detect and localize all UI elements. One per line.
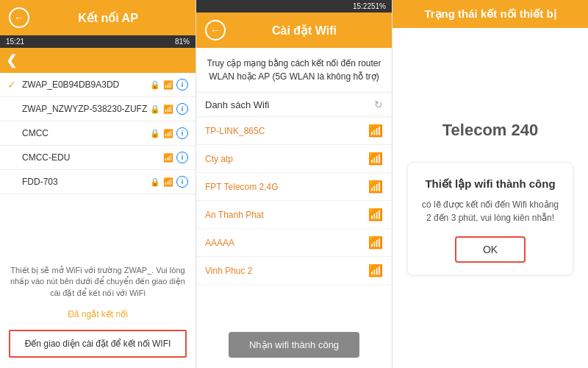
wifi-name-1: ZWAP_E0B94DB9A3DD [22, 79, 150, 90]
wifi-name-2: ZWAP_NZWYZP-538230-ZUFZ [22, 104, 150, 114]
wifi2-signal-icon-5: 📶 [368, 236, 383, 250]
info-button-4[interactable]: i [176, 152, 188, 163]
wifi2-name-2: Cty atp [205, 154, 368, 164]
wifi-item-1[interactable]: ✓ ZWAP_E0B94DB9A3DD 🔒 📶 i [0, 73, 196, 97]
panel1-header: ← Kết nối AP [0, 0, 196, 35]
panel2-title: Cài đặt Wifi [226, 24, 383, 38]
panel1-chevron-icon[interactable]: ❮ [6, 52, 17, 68]
panel2-wifi-list-header: Danh sách Wifi ↻ [196, 93, 392, 117]
panel2-battery: 51% [371, 2, 386, 10]
wifi-name-3: CMCC [22, 128, 150, 138]
wifi-signal-icon: 📶 [163, 80, 173, 90]
wifi2-signal-icon-2: 📶 [368, 152, 383, 166]
wifi2-signal-icon-6: 📶 [368, 263, 383, 277]
panel2-wifi-list-label: Danh sách Wifi [205, 99, 269, 110]
wifi-signal-icon-4: 📶 [163, 153, 173, 163]
wifi-name-4: CMCC-EDU [22, 152, 163, 163]
panel3-header: Trạng thái kết nối thiết bị [392, 0, 588, 28]
wifi-item-2[interactable]: ZWAP_NZWYZP-538230-ZUFZ 🔒 📶 i [0, 97, 196, 121]
wifi2-item-6[interactable]: Vinh Phuc 2 📶 [196, 257, 392, 285]
panel-wifi-settings: 15:22 51% ← Cài đặt Wifi Truy cập mạng b… [196, 0, 392, 368]
panel-device-status: Trạng thái kết nối thiết bị Telecom 240 … [392, 0, 588, 368]
wifi2-name-4: An Thanh Phat [205, 210, 368, 220]
wifi-name-5: FDD-703 [22, 177, 150, 187]
wifi2-item-3[interactable]: FPT Telecom 2,4G 📶 [196, 173, 392, 201]
panel2-wifi-list: TP-LINK_865C 📶 Cty atp 📶 FPT Telecom 2,4… [196, 117, 392, 325]
panel1-inner-header: ❮ [0, 48, 196, 73]
wifi2-signal-icon-1: 📶 [368, 124, 383, 138]
wifi2-signal-icon-3: 📶 [368, 180, 383, 194]
wifi-success-button[interactable]: Nhận wifi thành công [229, 332, 359, 358]
dialog-description: có lẽ được kết nối đến Wifi khoảng 2 đến… [421, 198, 559, 224]
wifi2-signal-icon-4: 📶 [368, 208, 383, 222]
panel1-bottom: Đến giao diện cài đặt để kết nối WIFI [0, 322, 196, 368]
info-button-2[interactable]: i [176, 103, 188, 115]
panel1-battery: 81% [175, 38, 190, 46]
dialog-title: Thiết lập wifi thành công [421, 177, 559, 191]
success-dialog: Thiết lập wifi thành công có lẽ được kết… [407, 162, 573, 275]
panel1-disconnected-text: Đã ngắt kết nối [0, 306, 196, 322]
panel1-wifi-screenshot: 15:21 81% ❮ ✓ ZWAP_E0B94DB9A3DD 🔒 📶 i ZW… [0, 35, 196, 258]
wifi2-name-6: Vinh Phuc 2 [205, 266, 368, 276]
wifi-icons-3: 🔒 📶 i [150, 127, 188, 139]
panel1-back-button[interactable]: ← [9, 7, 29, 28]
panel2-header: ← Cài đặt Wifi [196, 13, 392, 48]
wifi2-name-1: TP-LINK_865C [205, 126, 368, 136]
panel2-status-bar: 15:22 51% [196, 0, 392, 13]
wifi-item-5[interactable]: FDD-703 🔒 📶 i [0, 170, 196, 194]
panel1-instruction-text: Thiết bị sẽ mở WiFi với trường ZWAP_. Vu… [0, 258, 196, 306]
panel2-time: 15:22 [353, 2, 371, 10]
wifi-signal-icon-2: 📶 [163, 105, 173, 114]
wifi-icons-1: 🔒 📶 i [150, 79, 188, 91]
wifi2-item-4[interactable]: An Thanh Phat 📶 [196, 201, 392, 229]
lock-icon: 🔒 [150, 80, 160, 90]
panel1-title: Kết nối AP [29, 11, 187, 25]
panel2-back-button[interactable]: ← [205, 20, 226, 40]
wifi-item-4[interactable]: CMCC-EDU 📶 i [0, 146, 196, 170]
info-button-3[interactable]: i [176, 127, 188, 139]
wifi-item-3[interactable]: CMCC 🔒 📶 i [0, 121, 196, 146]
wifi2-item-5[interactable]: AAAAA 📶 [196, 229, 392, 257]
wifi2-item-1[interactable]: TP-LINK_865C 📶 [196, 117, 392, 145]
panel1-wifi-list: ✓ ZWAP_E0B94DB9A3DD 🔒 📶 i ZWAP_NZWYZP-53… [0, 73, 196, 258]
wifi2-name-3: FPT Telecom 2,4G [205, 182, 368, 192]
wifi-icons-2: 🔒 📶 i [150, 103, 188, 115]
telecom-label: Telecom 240 [442, 121, 538, 140]
lock-icon-2: 🔒 [150, 105, 160, 114]
refresh-icon[interactable]: ↻ [374, 99, 383, 110]
wifi-check-icon: ✓ [7, 79, 19, 91]
panel3-title: Trạng thái kết nối thiết bị [401, 7, 579, 21]
panel2-bottom: Nhận wifi thành công [196, 325, 392, 368]
panel1-time: 15:21 [6, 38, 24, 46]
wifi2-item-2[interactable]: Cty atp 📶 [196, 145, 392, 173]
wifi-signal-icon-3: 📶 [163, 129, 173, 138]
back-arrow-icon-2: ← [210, 24, 220, 36]
lock-icon-5: 🔒 [150, 177, 160, 187]
info-button-1[interactable]: i [176, 79, 188, 91]
dialog-ok-button[interactable]: OK [455, 236, 526, 263]
back-arrow-icon: ← [14, 12, 24, 24]
wifi-icons-5: 🔒 📶 i [150, 176, 188, 188]
wifi-icons-4: 📶 i [163, 152, 188, 163]
lock-icon-3: 🔒 [150, 129, 160, 138]
panel2-description: Truy cập mạng bằng cách kết nối đến rout… [196, 48, 392, 93]
panel-connect-ap: ← Kết nối AP 15:21 81% ❮ ✓ ZWAP_E0B94DB9… [0, 0, 196, 368]
info-button-5[interactable]: i [176, 176, 188, 188]
panel1-status-bar: 15:21 81% [0, 35, 196, 48]
wifi2-name-5: AAAAA [205, 238, 368, 248]
panel3-content: Telecom 240 Thiết lập wifi thành công có… [392, 28, 588, 368]
connect-wifi-button[interactable]: Đến giao diện cài đặt để kết nối WIFI [9, 330, 187, 358]
wifi-signal-icon-5: 📶 [163, 177, 173, 187]
